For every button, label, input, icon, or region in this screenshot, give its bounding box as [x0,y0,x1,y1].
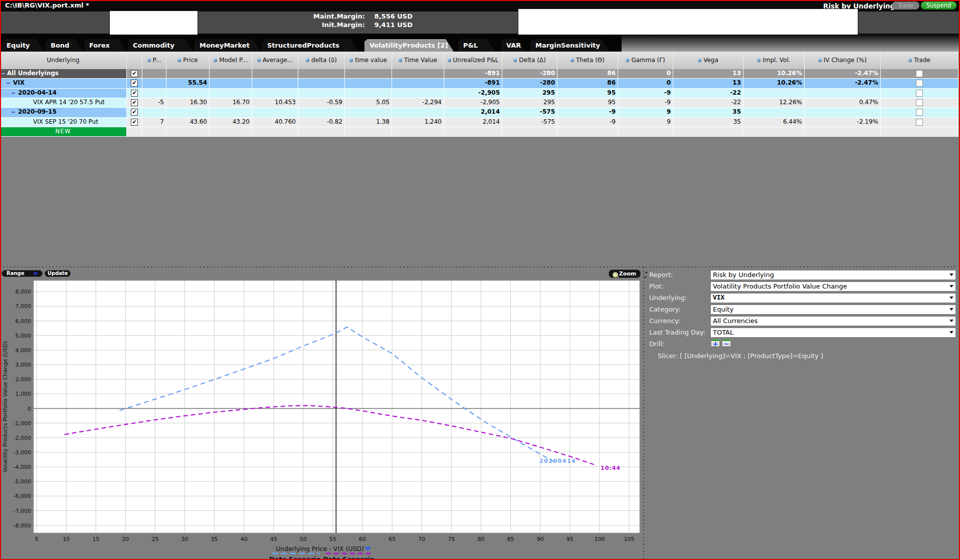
cell-upnl [444,127,502,137]
tab-marginsensitivity[interactable]: MarginSensitivity [530,39,610,52]
svg-text:7,000: 7,000 [16,303,32,310]
cell-model [210,127,252,137]
suspend-button[interactable]: Suspend [921,2,956,10]
tab-var[interactable]: VAR [501,39,525,52]
trade-checkbox[interactable] [916,70,923,77]
risk-chart[interactable]: 2020041410:44510152025303540455055606570… [0,267,652,560]
collapse-icon[interactable] [12,112,15,113]
cell-ivol [743,108,805,117]
svg-text:-8,000: -8,000 [14,522,31,529]
collapse-icon[interactable] [7,83,10,84]
column-header-unrealized-p-l[interactable]: Unrealized P&L [444,52,502,69]
trade-checkbox[interactable] [916,80,923,87]
table-row-new[interactable]: NEW [0,127,958,137]
cell-theta: 86 [557,69,618,79]
cell-ivol: 10.26% [743,69,805,79]
svg-text:75: 75 [448,536,455,542]
column-header-delta-[interactable]: delta (δ) [298,52,345,69]
row-checkbox[interactable]: ✔ [131,80,138,87]
column-header-checkbox[interactable] [127,52,142,69]
column-header-trade[interactable]: Trade [881,52,958,69]
column-header-p-[interactable]: P... [142,52,166,69]
cell-gamma: 0 [618,79,673,88]
checkbox-cell: ✔ [127,108,142,117]
cell-p [142,108,166,117]
table-row-vix-apr-14-20-57-5-put[interactable]: VIX APR 14 '20 57.5 Put✔-516.3016.7010.4… [0,98,958,108]
row-checkbox[interactable]: ✔ [131,99,138,106]
trade-cell [881,89,958,98]
column-bullet-icon [908,59,912,62]
column-header-average-[interactable]: Average... [252,52,298,69]
category-select[interactable]: Equity [711,305,955,314]
cell-gamma: 9 [618,108,673,117]
trade-checkbox[interactable] [916,99,923,106]
drill-expand-button[interactable]: + [711,339,720,347]
table-row-2020-09-15[interactable]: 2020-09-15✔2,014-575-9935 [0,108,958,117]
column-header-iv-change-[interactable]: IV Change (%) [805,52,881,69]
cell-tvaltot [392,108,444,117]
plot-select[interactable]: Volatility Products Portfolio Value Chan… [711,282,955,291]
column-header-delta-[interactable]: Delta (Δ) [502,52,557,69]
column-header-time-value[interactable]: Time Value [392,52,444,69]
underlying-cell: NEW [0,127,127,137]
table-row-all-underlyings[interactable]: All Underlyings✔-891-2808601310.26%-2.47… [0,69,958,79]
table-row-vix[interactable]: VIX✔55.54-891-2808601310.26%-2.47% [0,79,958,88]
report-select[interactable]: Risk by Underlying [711,270,955,279]
last-trading-day-select[interactable]: TOTAL [711,328,955,337]
cell-p [142,127,166,137]
column-header-price[interactable]: Price [166,52,210,69]
collapse-icon[interactable] [2,73,5,74]
svg-text:0: 0 [28,406,31,412]
cell-avg: 10.453 [252,98,298,108]
cell-price: 16.30 [166,98,210,108]
row-checkbox[interactable]: ✔ [131,70,138,77]
tab-equity[interactable]: Equity [2,39,44,52]
tab-p-l[interactable]: P&L [458,39,495,52]
tab-commodity[interactable]: Commodity [128,39,193,52]
table-header: UnderlyingP...PriceModel P...Average...d… [0,52,958,69]
trade-checkbox[interactable] [916,109,923,116]
row-checkbox[interactable]: ✔ [131,119,138,126]
column-bullet-icon [626,59,629,62]
collapse-icon[interactable] [12,93,15,94]
tab-structuredproducts[interactable]: StructuredProducts [262,39,358,52]
column-bullet-icon [513,59,517,62]
trade-button[interactable]: Trade [892,2,919,10]
tab-strip: EquityBondForexCommodityMoneyMarketStruc… [0,34,960,52]
trade-cell [881,127,958,137]
tab-moneymarket[interactable]: MoneyMarket [195,39,261,52]
cell-gamma: -9 [618,89,673,98]
cell-dcap: -280 [502,79,557,88]
tab-bond[interactable]: Bond [46,39,83,52]
table-row-2020-04-14[interactable]: 2020-04-14✔-2,90529595-9-22 [0,89,958,98]
svg-text:85: 85 [507,536,514,542]
table-row-vix-sep-15-20-70-put[interactable]: VIX SEP 15 '20 70 Put✔743.6043.2040.760-… [0,118,958,127]
cell-tvaltot [392,89,444,98]
drill-collapse-button[interactable]: − [722,339,731,347]
checkbox-cell: ✔ [127,98,142,108]
column-header-theta-[interactable]: Theta (Θ) [557,52,618,69]
tab-volatilityproducts-2-[interactable]: VolatilityProducts [2] [364,39,454,52]
column-header-underlying[interactable]: Underlying [0,52,127,69]
column-header-vega[interactable]: Vega [673,52,743,69]
tab-forex[interactable]: Forex [84,39,126,52]
column-header-gamma-[interactable]: Gamma (Γ) [618,52,673,69]
column-header-impl-vol-[interactable]: Impl. Vol. [743,52,805,69]
svg-text:-3,000: -3,000 [14,449,31,456]
trade-checkbox[interactable] [916,119,923,126]
cell-price [166,127,210,137]
cell-vega: -22 [673,98,743,108]
row-checkbox[interactable]: ✔ [131,90,138,97]
column-header-time-value[interactable]: time value [345,52,392,69]
cell-tval [345,69,392,79]
svg-text:90: 90 [537,536,544,542]
cell-model [210,89,252,98]
row-checkbox[interactable]: ✔ [131,109,138,116]
cell-tvaltot: 1,240 [392,118,444,127]
underlying-select[interactable]: VIX [711,294,955,303]
trade-checkbox[interactable] [916,90,923,97]
column-header-model-p-[interactable]: Model P... [210,52,252,69]
currency-select[interactable]: All Currencies [711,317,955,326]
plot-label: Plot: [649,283,664,291]
underlying-cell: VIX SEP 15 '20 70 Put [0,118,127,127]
